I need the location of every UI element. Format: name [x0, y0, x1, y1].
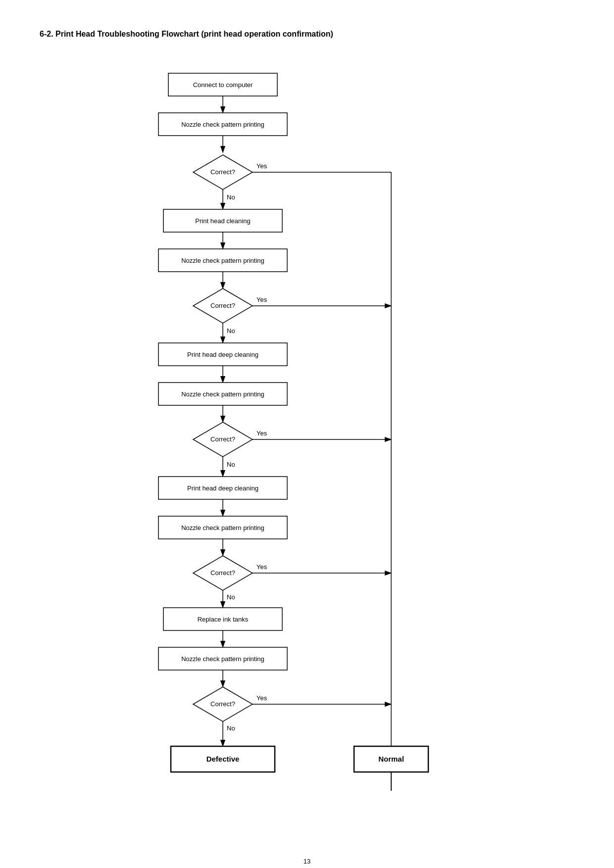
correct1-label: Correct? [210, 168, 235, 176]
replace-label: Replace ink tanks [198, 616, 249, 623]
correct4-label: Correct? [210, 569, 235, 577]
nozzle4-label: Nozzle check pattern printing [181, 524, 264, 531]
flowchart-diagram: Connect to computer Nozzle check pattern… [84, 58, 530, 860]
no5-label: No [227, 724, 235, 732]
no4-label: No [227, 593, 235, 601]
deepclean2-label: Print head deep cleaning [187, 484, 258, 492]
clean1-label: Print head cleaning [195, 217, 250, 225]
page-title: 6-2. Print Head Troubleshooting Flowchar… [40, 30, 574, 39]
correct5-label: Correct? [210, 700, 235, 708]
connect-label: Connect to computer [193, 81, 253, 89]
nozzle3-label: Nozzle check pattern printing [181, 390, 264, 398]
no2-label: No [227, 327, 235, 335]
yes3-label: Yes [256, 430, 267, 437]
page-number: 13 [0, 858, 614, 865]
yes5-label: Yes [256, 694, 267, 702]
yes2-label: Yes [256, 296, 267, 303]
normal-label: Normal [378, 755, 404, 763]
no1-label: No [227, 193, 235, 201]
correct3-label: Correct? [210, 435, 235, 443]
no3-label: No [227, 461, 235, 468]
defective-label: Defective [206, 755, 240, 763]
nozzle2-label: Nozzle check pattern printing [181, 257, 264, 264]
deepclean1-label: Print head deep cleaning [187, 351, 258, 358]
correct2-label: Correct? [210, 302, 235, 309]
page: 6-2. Print Head Troubleshooting Flowchar… [0, 0, 614, 868]
yes1-label: Yes [256, 162, 267, 170]
nozzle1-label: Nozzle check pattern printing [181, 121, 264, 128]
yes4-label: Yes [256, 563, 267, 571]
nozzle5-label: Nozzle check pattern printing [181, 655, 264, 663]
